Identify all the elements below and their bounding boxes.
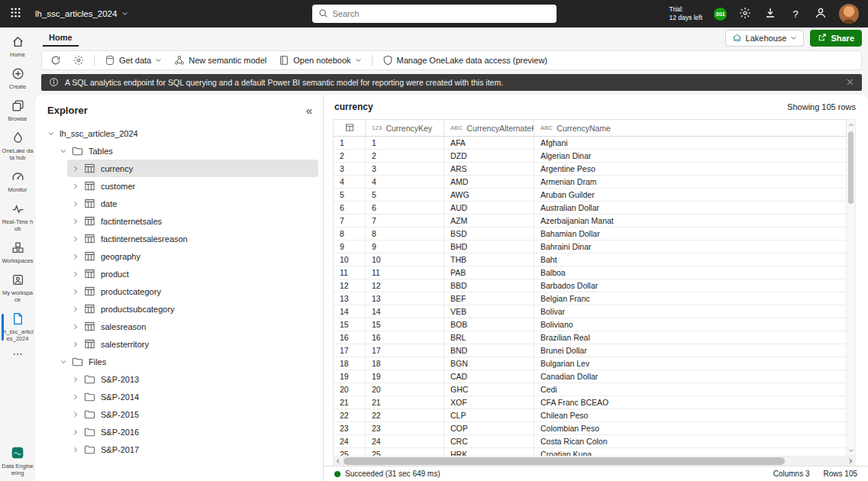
- monitor-icon: [11, 170, 24, 185]
- tree-item-table[interactable]: salesterritory: [67, 335, 318, 353]
- horizontal-scrollbar[interactable]: [333, 456, 856, 466]
- refresh-button[interactable]: [45, 52, 66, 69]
- tree-item-table[interactable]: salesreason: [67, 318, 318, 335]
- scroll-right-arrow[interactable]: [845, 456, 856, 466]
- chevron-down-icon: [47, 130, 55, 137]
- scroll-left-arrow[interactable]: [333, 456, 344, 466]
- table-row[interactable]: 18 18 BGN Bulgarian Lev: [334, 357, 847, 370]
- sidebar-item-my-workspace[interactable]: My workspace: [0, 269, 35, 308]
- sidebar-item-lakehouse-pinned[interactable]: lh_ssc_articles_2024: [0, 308, 35, 347]
- vertical-scroll-thumb[interactable]: [848, 131, 853, 204]
- search-input[interactable]: [333, 9, 550, 18]
- table-row[interactable]: 22 22 CLP Chilean Peso: [334, 409, 847, 422]
- grid-corner-cell[interactable]: [334, 120, 366, 137]
- realtime-hub-icon: [11, 202, 24, 217]
- avatar[interactable]: [839, 4, 859, 24]
- vertical-scrollbar[interactable]: [847, 119, 856, 456]
- table-row[interactable]: 16 16 BRL Brazilian Real: [334, 331, 847, 344]
- download-button[interactable]: [763, 7, 777, 21]
- settings-button[interactable]: [738, 7, 752, 21]
- table-row[interactable]: 25 25 HRK Croatian Kuna: [334, 448, 847, 456]
- sidebar-item-monitor[interactable]: Monitor: [0, 166, 35, 198]
- manage-onelake-access-button[interactable]: Manage OneLake data access (preview): [377, 52, 553, 69]
- waffle-menu-button[interactable]: [0, 0, 31, 27]
- column-header[interactable]: ABC CurrencyAlternateKey: [444, 120, 534, 137]
- scroll-down-arrow[interactable]: [847, 445, 855, 455]
- table-row[interactable]: 21 21 XOF CFA Franc BCEAO: [334, 396, 847, 409]
- vertical-scroll-track[interactable]: [847, 130, 855, 445]
- tree-item-table[interactable]: productsubcategory: [67, 300, 318, 318]
- tree-item-table[interactable]: product: [67, 265, 318, 282]
- table-row[interactable]: 15 15 BOB Boliviano: [334, 318, 847, 331]
- sidebar-item-home[interactable]: Home: [0, 31, 35, 63]
- lakehouse-settings-button[interactable]: [68, 52, 89, 69]
- tab-home[interactable]: Home: [43, 30, 79, 47]
- table-row[interactable]: 12 12 BBD Barbados Dollar: [334, 279, 847, 292]
- scroll-up-arrow[interactable]: [847, 120, 855, 130]
- table-row[interactable]: 1 1 AFA Afghani: [334, 137, 847, 150]
- tree-item-folder[interactable]: S&P-2013: [67, 370, 318, 388]
- tree-item-table[interactable]: factinternetsales: [67, 212, 318, 230]
- table-row[interactable]: 9 9 BHD Bahraini Dinar: [334, 240, 847, 253]
- search-box[interactable]: [312, 5, 557, 23]
- table-row[interactable]: 23 23 COP Colombian Peso: [334, 422, 847, 435]
- tree-folder-tables[interactable]: Tables: [55, 142, 318, 160]
- column-header[interactable]: ABC CurrencyName: [534, 120, 847, 137]
- cell-currencyalternatekey: THB: [444, 253, 534, 266]
- tree-item-table[interactable]: date: [67, 195, 318, 212]
- new-semantic-model-button[interactable]: New semantic model: [169, 52, 272, 69]
- tree-item-table[interactable]: currency: [67, 160, 318, 177]
- sidebar-item-workspaces[interactable]: Workspaces: [0, 237, 35, 269]
- table-icon: [84, 286, 96, 297]
- sidebar-item-more[interactable]: ⋯: [0, 347, 35, 362]
- table-row[interactable]: 10 10 THB Baht: [334, 253, 847, 266]
- sidebar-item-create[interactable]: Create: [0, 63, 35, 95]
- table-row[interactable]: 8 8 BSD Bahamian Dollar: [334, 228, 847, 240]
- workspace-switcher[interactable]: lh_ssc_articles_2024: [31, 0, 133, 27]
- open-notebook-button[interactable]: Open notebook: [273, 52, 366, 69]
- tree-item-table[interactable]: geography: [67, 247, 318, 265]
- tree-item-table[interactable]: customer: [67, 177, 318, 195]
- sidebar-item-onelake-data-hub[interactable]: OneLake data hub: [0, 127, 35, 166]
- tree-item-table[interactable]: productcategory: [67, 282, 318, 300]
- table-row[interactable]: 3 3 ARS Argentine Peso: [334, 163, 847, 176]
- table-row[interactable]: 20 20 GHC Cedi: [334, 383, 847, 396]
- share-button[interactable]: Share: [810, 30, 862, 47]
- column-header[interactable]: 123 CurrencyKey: [366, 120, 444, 137]
- tree-item-table[interactable]: factinternetsalesreason: [67, 230, 318, 247]
- horizontal-scroll-thumb[interactable]: [344, 457, 785, 465]
- more-icon: ⋯: [13, 351, 23, 357]
- table-row[interactable]: 2 2 DZD Algerian Dinar: [334, 150, 847, 163]
- table-row[interactable]: 4 4 AMD Armenian Dram: [334, 176, 847, 189]
- table-row[interactable]: 13 13 BEF Belgian Franc: [334, 292, 847, 305]
- table-row[interactable]: 6 6 AUD Australian Dollar: [334, 202, 847, 215]
- tree-folder-files[interactable]: Files: [55, 353, 318, 370]
- table-row[interactable]: 19 19 CAD Canadian Dollar: [334, 370, 847, 383]
- cell-currencyalternatekey: AWG: [444, 189, 534, 202]
- cell-currencyalternatekey: COP: [444, 422, 534, 435]
- get-data-button[interactable]: Get data: [99, 52, 167, 69]
- table-row[interactable]: 24 24 CRC Costa Rican Colon: [334, 435, 847, 448]
- tree-root-lakehouse[interactable]: lh_ssc_articles_2024: [43, 124, 318, 142]
- tree-item-folder[interactable]: S&P-2016: [67, 423, 318, 441]
- item-type-selector[interactable]: Lakehouse: [725, 30, 805, 47]
- sidebar-item-browse[interactable]: Browse: [0, 95, 35, 127]
- table-row[interactable]: 14 14 VEB Bolivar: [334, 305, 847, 318]
- tree-item-folder[interactable]: S&P-2015: [67, 405, 318, 423]
- banner-close-button[interactable]: [846, 77, 854, 89]
- sidebar-item-realtime-hub[interactable]: Real-Time hub: [0, 198, 35, 237]
- cell-currencyname: Costa Rican Colon: [534, 435, 847, 448]
- collapse-explorer-button[interactable]: «: [306, 104, 312, 117]
- table-row[interactable]: 17 17 BND Brunei Dollar: [334, 344, 847, 357]
- horizontal-scroll-track[interactable]: [344, 456, 845, 466]
- cell-currencyname: Boliviano: [534, 318, 847, 331]
- tree-item-folder[interactable]: S&P-2017: [67, 441, 318, 458]
- table-row[interactable]: 5 5 AWG Aruban Guilder: [334, 189, 847, 202]
- table-row[interactable]: 11 11 PAB Balboa: [334, 266, 847, 279]
- notification-badge[interactable]: 301: [714, 8, 727, 21]
- sidebar-item-data-engineering[interactable]: Data Engineering: [0, 441, 35, 481]
- table-row[interactable]: 7 7 AZM Azerbaijanian Manat: [334, 215, 847, 228]
- help-button[interactable]: ?: [789, 7, 802, 21]
- tree-item-folder[interactable]: S&P-2014: [67, 388, 318, 405]
- feedback-button[interactable]: [814, 7, 828, 21]
